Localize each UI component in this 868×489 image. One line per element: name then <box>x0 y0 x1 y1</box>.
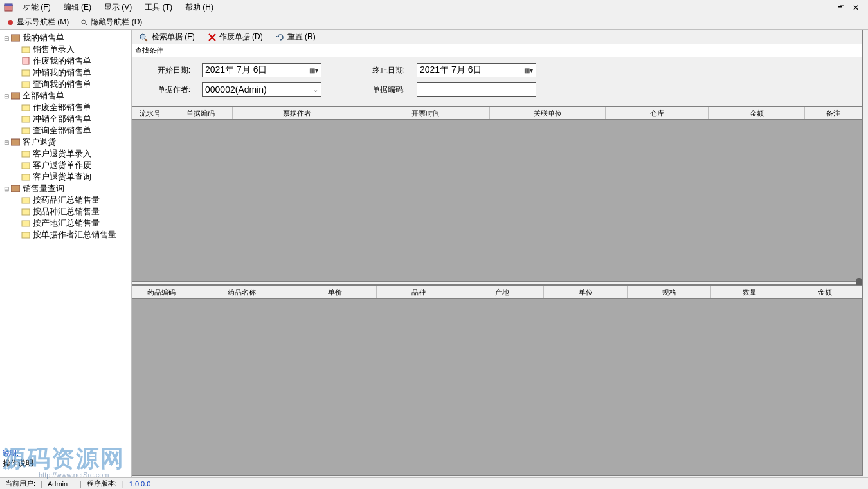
tree-item-by-variety[interactable]: 按品种汇总销售量 <box>1 206 130 217</box>
menu-view[interactable]: 显示 (V) <box>98 1 138 14</box>
code-label: 单据编码: <box>360 84 405 95</box>
explain-title: 说明: <box>3 448 129 458</box>
tree-group-returns[interactable]: ⊟客户退货 <box>1 136 130 148</box>
svg-rect-11 <box>22 105 30 111</box>
menu-function[interactable]: 功能 (F) <box>17 1 57 14</box>
void-button[interactable]: 作废单据 (D) <box>204 31 267 43</box>
tree-label: 冲销我的销售单 <box>33 67 91 78</box>
tree-item-void-all-sales[interactable]: 作废全部销售单 <box>1 102 130 113</box>
col-related[interactable]: 关联单位 <box>490 107 606 119</box>
reset-icon <box>276 33 285 42</box>
author-select[interactable]: 000002(Admin)⌄ <box>202 82 321 97</box>
book-icon <box>10 138 21 147</box>
window-close[interactable]: ✕ <box>853 3 859 12</box>
author-label: 单据作者: <box>145 84 190 95</box>
tree-label: 客户退货单作废 <box>33 160 91 171</box>
folder-icon <box>21 196 31 205</box>
details-grid[interactable]: 药品编码 药品名称 单价 品种 产地 单位 规格 数量 金额 <box>132 285 862 475</box>
tree-item-sales-entry[interactable]: 销售单录入 <box>1 44 130 55</box>
folder-icon <box>21 230 31 239</box>
svg-rect-21 <box>22 221 30 226</box>
col-code[interactable]: 单据编码 <box>168 107 233 119</box>
svg-rect-18 <box>11 185 20 192</box>
book-icon <box>10 184 21 193</box>
tree-label: 销售单录入 <box>33 44 75 55</box>
end-date-value: 2021年 7月 6日 <box>420 64 482 76</box>
tree-item-query-all-sales[interactable]: 查询全部销售单 <box>1 125 130 136</box>
col-author[interactable]: 票据作者 <box>233 107 361 119</box>
start-date-value: 2021年 7月 6日 <box>205 64 267 76</box>
tree-label: 按药品汇总销售量 <box>33 194 100 206</box>
svg-rect-17 <box>22 174 30 180</box>
search-button[interactable]: 检索单据 (F) <box>135 31 199 43</box>
folder-icon <box>21 115 31 124</box>
col-warehouse[interactable]: 仓库 <box>606 107 709 119</box>
tree-label: 按产地汇总销售量 <box>33 217 100 229</box>
tree-item-return-entry[interactable]: 客户退货单录入 <box>1 148 130 160</box>
author-value: 000002(Admin) <box>205 84 267 95</box>
reset-button[interactable]: 重置 (R) <box>272 31 320 43</box>
app-icon <box>4 3 13 12</box>
svg-rect-16 <box>22 163 30 169</box>
tree-item-return-void[interactable]: 客户退货单作废 <box>1 160 130 171</box>
tree-group-sales-qty[interactable]: ⊟销售量查询 <box>1 183 130 194</box>
tree-item-by-drug[interactable]: 按药品汇总销售量 <box>1 194 130 206</box>
tree-group-my-sales[interactable]: ⊟我的销售单 <box>1 32 130 44</box>
search-label: 检索单据 (F) <box>152 32 195 42</box>
tree-label: 查询全部销售单 <box>33 125 91 136</box>
tree-item-void-my-sales[interactable]: 作废我的销售单 <box>1 55 130 67</box>
col-origin[interactable]: 产地 <box>460 286 544 298</box>
col-unit[interactable]: 单位 <box>544 286 628 298</box>
tree-label: 销售量查询 <box>23 183 64 194</box>
tree-item-reverse-my-sales[interactable]: 冲销我的销售单 <box>1 67 130 78</box>
nav-tree: ⊟我的销售单 销售单录入 作废我的销售单 冲销我的销售单 查询我的销售单 ⊟全部… <box>0 30 131 447</box>
col-price[interactable]: 单价 <box>293 286 377 298</box>
tree-item-return-query[interactable]: 客户退货单查询 <box>1 171 130 183</box>
col-amount2[interactable]: 金额 <box>788 286 862 298</box>
tree-item-query-my-sales[interactable]: 查询我的销售单 <box>1 78 130 90</box>
svg-rect-19 <box>22 198 30 203</box>
menu-edit[interactable]: 编辑 (E) <box>57 1 98 14</box>
end-date-label: 终止日期: <box>360 65 405 76</box>
show-nav-button[interactable]: 显示导航栏 (M) <box>3 16 73 28</box>
menu-tools[interactable]: 工具 (T) <box>138 1 179 14</box>
tree-item-by-origin[interactable]: 按产地汇总销售量 <box>1 217 130 229</box>
search-icon <box>80 19 88 26</box>
col-remark[interactable]: 备注 <box>805 107 862 119</box>
tree-group-all-sales[interactable]: ⊟全部销售单 <box>1 90 130 102</box>
window-restore[interactable]: 🗗 <box>837 3 845 12</box>
col-time[interactable]: 开票时间 <box>361 107 490 119</box>
explain-panel: 说明: 操作说明 <box>0 447 131 477</box>
hide-nav-button[interactable]: 隐藏导航栏 (D) <box>77 16 146 28</box>
start-date-label: 开始日期: <box>145 65 190 76</box>
tree-item-reverse-all-sales[interactable]: 冲销全部销售单 <box>1 113 130 125</box>
code-input[interactable] <box>417 82 536 97</box>
window-minimize[interactable]: — <box>822 3 829 12</box>
orders-grid[interactable]: 流水号 单据编码 票据作者 开票时间 关联单位 仓库 金额 备注 <box>132 106 862 281</box>
tree-label: 按单据作者汇总销售量 <box>33 229 116 241</box>
folder-icon <box>21 103 31 112</box>
folder-icon <box>21 68 31 77</box>
folder-icon <box>21 80 31 89</box>
col-qty[interactable]: 数量 <box>711 286 788 298</box>
tree-item-by-author[interactable]: 按单据作者汇总销售量 <box>1 229 130 241</box>
folder-icon <box>21 219 31 228</box>
start-date-picker[interactable]: 2021年 7月 6日▦▾ <box>202 63 321 77</box>
col-spec[interactable]: 规格 <box>628 286 711 298</box>
explain-body: 操作说明 <box>3 458 129 469</box>
svg-rect-6 <box>22 47 30 53</box>
svg-line-24 <box>145 39 147 41</box>
col-amount[interactable]: 金额 <box>709 107 805 119</box>
col-serial[interactable]: 流水号 <box>132 107 168 119</box>
col-drug-name[interactable]: 药品名称 <box>190 286 293 298</box>
pin-icon <box>6 19 14 26</box>
end-date-picker[interactable]: 2021年 7月 6日▦▾ <box>417 63 536 77</box>
clipboard-icon <box>21 57 31 66</box>
col-drug-code[interactable]: 药品编码 <box>132 286 190 298</box>
col-variety[interactable]: 品种 <box>377 286 460 298</box>
show-nav-label: 显示导航栏 (M) <box>17 17 69 28</box>
menu-help[interactable]: 帮助 (H) <box>179 1 220 14</box>
toolbar: 检索单据 (F) 作废单据 (D) 重置 (R) <box>132 30 862 44</box>
svg-rect-10 <box>11 93 20 99</box>
status-user-label: 当前用户: <box>3 479 38 488</box>
